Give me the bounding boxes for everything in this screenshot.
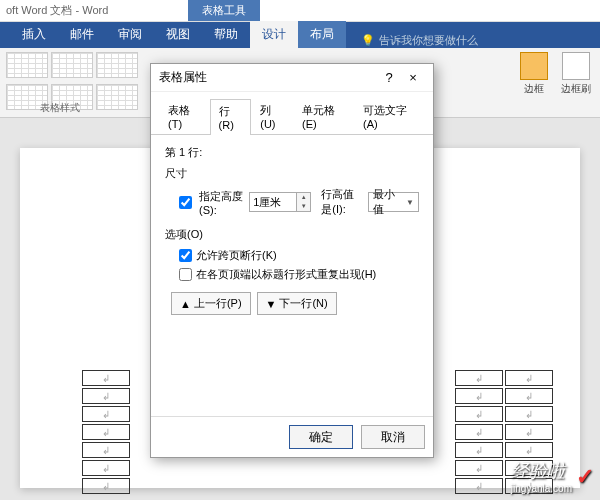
- allow-break-label: 允许跨页断行(K): [196, 248, 277, 263]
- spinner-up-icon[interactable]: ▲: [297, 193, 310, 202]
- watermark-url: jingyanla.com: [511, 483, 572, 494]
- table-styles-group-label: 表格样式: [40, 101, 80, 115]
- dialog-body: 第 1 行: 尺寸 指定高度(S): ▲▼ 行高值是(I): 最小值 ▼ 选项(…: [151, 135, 433, 416]
- table-cell[interactable]: ↲: [455, 478, 503, 494]
- table-cell[interactable]: ↲: [82, 388, 130, 404]
- current-row-label: 第 1 行:: [165, 145, 419, 160]
- spinner-down-icon[interactable]: ▼: [297, 202, 310, 211]
- allow-break-checkbox[interactable]: [179, 249, 192, 262]
- table-cell[interactable]: ↲: [505, 370, 553, 386]
- arrow-down-icon: ▼: [266, 298, 277, 310]
- table-cell[interactable]: ↲: [455, 442, 503, 458]
- watermark: 经验啦 jingyanla.com ✓: [511, 459, 594, 494]
- dialog-tabs: 表格(T) 行(R) 列(U) 单元格(E) 可选文字(A): [151, 92, 433, 135]
- size-section-label: 尺寸: [165, 166, 419, 181]
- dialog-tab-table[interactable]: 表格(T): [159, 98, 210, 134]
- border-tools: 边框 边框刷: [516, 52, 594, 113]
- specify-height-label: 指定高度(S):: [199, 189, 245, 216]
- table-cell[interactable]: ↲: [505, 388, 553, 404]
- repeat-header-checkbox[interactable]: [179, 268, 192, 281]
- table-cell[interactable]: ↲: [82, 406, 130, 422]
- dialog-tab-alttext[interactable]: 可选文字(A): [354, 98, 425, 134]
- table-cell[interactable]: ↲: [82, 460, 130, 476]
- ribbon-tab-mailings[interactable]: 邮件: [58, 21, 106, 48]
- document-table-left[interactable]: ↲ ↲ ↲ ↲ ↲ ↲ ↲: [80, 368, 132, 496]
- bulb-icon: 💡: [361, 34, 375, 47]
- dialog-tab-column[interactable]: 列(U): [251, 98, 293, 134]
- previous-row-button[interactable]: ▲上一行(P): [171, 292, 251, 315]
- border-painter-button[interactable]: 边框刷: [558, 52, 594, 96]
- table-cell[interactable]: ↲: [82, 478, 130, 494]
- next-row-button[interactable]: ▼下一行(N): [257, 292, 337, 315]
- dialog-footer: 确定 取消: [151, 416, 433, 457]
- spinner-arrows[interactable]: ▲▼: [296, 193, 310, 211]
- table-properties-dialog: 表格属性 ? × 表格(T) 行(R) 列(U) 单元格(E) 可选文字(A) …: [150, 63, 434, 458]
- height-input[interactable]: [250, 193, 296, 211]
- specify-height-checkbox[interactable]: [179, 196, 192, 209]
- height-spinner[interactable]: ▲▼: [249, 192, 311, 212]
- table-cell[interactable]: ↲: [505, 406, 553, 422]
- border-painter-icon: [562, 52, 590, 80]
- border-style-icon: [520, 52, 548, 80]
- ribbon-tab-view[interactable]: 视图: [154, 21, 202, 48]
- table-cell[interactable]: ↲: [455, 424, 503, 440]
- table-cell[interactable]: ↲: [455, 370, 503, 386]
- border-painter-label: 边框刷: [561, 83, 591, 94]
- row-height-is-combo[interactable]: 最小值 ▼: [368, 192, 419, 212]
- allow-break-row: 允许跨页断行(K): [179, 248, 419, 263]
- table-cell[interactable]: ↲: [455, 388, 503, 404]
- window-title: oft Word 文档 - Word: [6, 3, 108, 18]
- ribbon-tab-review[interactable]: 审阅: [106, 21, 154, 48]
- previous-row-label: 上一行(P): [194, 296, 242, 311]
- ribbon-tab-strip: 插入 邮件 审阅 视图 帮助 设计 布局 💡 告诉我你想要做什么: [0, 22, 600, 48]
- dialog-tab-cell[interactable]: 单元格(E): [293, 98, 354, 134]
- table-style-swatch[interactable]: [51, 52, 93, 78]
- row-height-is-label: 行高值是(I):: [321, 187, 364, 217]
- table-cell[interactable]: ↲: [505, 424, 553, 440]
- check-icon: ✓: [576, 464, 594, 490]
- tell-me-placeholder: 告诉我你想要做什么: [379, 33, 478, 48]
- border-style-button[interactable]: 边框: [516, 52, 552, 96]
- dialog-title: 表格属性: [159, 69, 377, 86]
- repeat-header-row: 在各页顶端以标题行形式重复出现(H): [179, 267, 419, 282]
- table-cell[interactable]: ↲: [82, 424, 130, 440]
- table-cell[interactable]: ↲: [82, 370, 130, 386]
- table-cell[interactable]: ↲: [505, 442, 553, 458]
- dialog-close-button[interactable]: ×: [401, 70, 425, 85]
- ok-button[interactable]: 确定: [289, 425, 353, 449]
- ribbon-tab-help[interactable]: 帮助: [202, 21, 250, 48]
- dialog-tab-row[interactable]: 行(R): [210, 99, 252, 135]
- specify-height-row: 指定高度(S): ▲▼ 行高值是(I): 最小值 ▼: [179, 187, 419, 217]
- watermark-brand: 经验啦: [511, 461, 565, 481]
- table-cell[interactable]: ↲: [455, 406, 503, 422]
- options-section-label: 选项(O): [165, 227, 419, 242]
- ribbon-tab-insert[interactable]: 插入: [10, 21, 58, 48]
- ribbon-tab-layout[interactable]: 布局: [298, 21, 346, 48]
- table-style-swatch[interactable]: [96, 84, 138, 110]
- dialog-help-button[interactable]: ?: [377, 70, 401, 85]
- table-style-swatch[interactable]: [96, 52, 138, 78]
- row-nav-buttons: ▲上一行(P) ▼下一行(N): [171, 292, 419, 315]
- chevron-down-icon: ▼: [406, 198, 414, 207]
- ribbon-tab-design[interactable]: 设计: [250, 21, 298, 48]
- row-height-is-value: 最小值: [373, 187, 406, 217]
- cancel-button[interactable]: 取消: [361, 425, 425, 449]
- window-titlebar: oft Word 文档 - Word 表格工具: [0, 0, 600, 22]
- repeat-header-label: 在各页顶端以标题行形式重复出现(H): [196, 267, 376, 282]
- table-cell[interactable]: ↲: [82, 442, 130, 458]
- contextual-tab-group-label: 表格工具: [188, 0, 260, 21]
- dialog-titlebar[interactable]: 表格属性 ? ×: [151, 64, 433, 92]
- table-cell[interactable]: ↲: [455, 460, 503, 476]
- table-style-swatch[interactable]: [6, 52, 48, 78]
- arrow-up-icon: ▲: [180, 298, 191, 310]
- border-style-label: 边框: [524, 83, 544, 94]
- tell-me-search[interactable]: 💡 告诉我你想要做什么: [361, 33, 478, 48]
- next-row-label: 下一行(N): [279, 296, 327, 311]
